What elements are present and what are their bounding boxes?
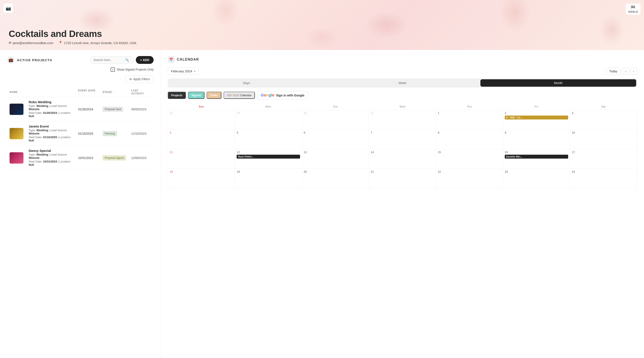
signed-checkbox[interactable]: ✓ xyxy=(110,67,115,72)
projects-panel: 💼 ACTIVE PROJECTS 🔍 + ADD ✓ Show Signed … xyxy=(0,50,161,358)
calendar-day-cell[interactable]: 3 xyxy=(570,110,637,130)
stage-badge: Planning xyxy=(102,131,117,136)
calendar-grid: SunMonTueWedThuFriSat 2829303112D - FEB … xyxy=(168,104,637,188)
calendar-event[interactable]: D - FEB - 1.2.... xyxy=(505,116,568,120)
search-icon: 🔍 xyxy=(125,58,129,62)
calendar-day-cell[interactable]: 14 xyxy=(369,149,436,169)
stage-badge: Proposal Signed xyxy=(102,155,126,160)
sort-name-icon: ↕ xyxy=(19,91,20,94)
google-g-icon: G xyxy=(227,94,229,97)
calendar-event[interactable]: Ryan Pelleri... xyxy=(236,155,300,158)
col-name[interactable]: NAME ↕ xyxy=(7,87,76,97)
calendar-week-row: 45678910 xyxy=(168,130,637,149)
project-last-activity-cell: 12/08/2023 xyxy=(129,146,154,170)
calendar-day-cell[interactable]: 17 xyxy=(570,149,637,169)
calendar-day-cell[interactable]: 19 xyxy=(235,169,302,188)
apply-filters-button[interactable]: ⚙ Apply Filters xyxy=(126,75,154,83)
calendar-day-cell[interactable]: 21 xyxy=(369,169,436,188)
event-date: 01/16/2025 xyxy=(78,132,93,135)
search-box[interactable]: 🔍 xyxy=(90,56,134,64)
calendar-day-cell[interactable]: 10 xyxy=(570,130,637,149)
calendar-day-cell[interactable]: 7 xyxy=(369,130,436,149)
day-number: 3 xyxy=(572,112,635,115)
add-button[interactable]: + ADD xyxy=(136,56,154,64)
calendar-day-cell[interactable]: 4 xyxy=(168,130,235,149)
tab-days[interactable]: Days xyxy=(168,79,324,87)
company-meta: ✉ jane@anotherroundbar.com 📍 1720 Lincol… xyxy=(9,41,136,45)
today-button[interactable]: Today xyxy=(606,68,620,75)
search-input[interactable] xyxy=(94,58,124,62)
project-event-date-cell: 01/16/2025 xyxy=(76,122,100,146)
calendar-day-cell[interactable]: 31 xyxy=(369,110,436,130)
goals-button[interactable]: 🏁 GOALS xyxy=(626,4,640,15)
email-icon: ✉ xyxy=(9,41,12,45)
calendar-day-cell[interactable]: 23 xyxy=(503,169,570,188)
calendar-title: CALENDAR xyxy=(177,58,199,62)
calendar-day-cell[interactable]: 2D - FEB - 1.2.... xyxy=(503,110,570,130)
chevron-down-icon: ▾ xyxy=(194,70,195,73)
filter-signed[interactable]: Signed xyxy=(188,92,204,99)
day-number: 5 xyxy=(236,131,300,134)
view-tabs: Days Week Month xyxy=(168,78,637,88)
project-name: Robs Wedding xyxy=(29,100,73,104)
day-number: 11 xyxy=(170,150,233,154)
filter-projects[interactable]: Projects xyxy=(168,92,186,99)
stage-badge: Proposal Sent xyxy=(102,107,123,112)
calendar-day-cell[interactable]: 29 xyxy=(235,110,302,130)
filter-google-calendar[interactable]: GOOGLE Calendar xyxy=(224,92,255,99)
sort-stage-icon: ↕ xyxy=(114,91,115,94)
camera-button[interactable]: 📷 xyxy=(4,4,13,13)
calendar-day-cell[interactable]: 6 xyxy=(302,130,369,149)
col-stage[interactable]: STAGE ↕ xyxy=(100,87,129,97)
table-row[interactable]: Robs Wedding Type: Wedding | Lead Source… xyxy=(7,97,154,122)
table-row[interactable]: Janets Event Type: Wedding | Lead Source… xyxy=(7,122,154,146)
col-event-date[interactable]: EVENT DATE ↕ xyxy=(76,87,100,97)
calendar-day-cell[interactable]: 30 xyxy=(302,110,369,130)
month-selector[interactable]: February 2024 ▾ xyxy=(168,67,198,75)
company-name: Cocktails and Dreams xyxy=(9,29,136,39)
calendar-day-cell[interactable]: 22 xyxy=(436,169,503,188)
calendar-day-cell[interactable]: 5 xyxy=(235,130,302,149)
calendar-day-cell[interactable]: 28 xyxy=(168,110,235,130)
project-info-cell: Robs Wedding Type: Wedding | Lead Source… xyxy=(26,97,76,122)
day-number: 22 xyxy=(438,170,501,173)
nav-controls: Today ‹ › xyxy=(606,68,637,75)
project-stage-cell: Proposal Sent xyxy=(100,97,129,122)
calendar-day-cell[interactable]: 13 xyxy=(302,149,369,169)
day-number: 31 xyxy=(371,112,434,115)
last-activity: 06/08/2024 xyxy=(131,108,146,111)
goals-icon: 🏁 xyxy=(630,5,636,10)
day-number: 9 xyxy=(505,131,568,134)
calendar-day-cell[interactable]: 20 xyxy=(302,169,369,188)
calendar-day-cell[interactable]: 24 xyxy=(570,169,637,188)
project-thumb-cell xyxy=(7,122,26,146)
calendar-event[interactable]: Danielle Win... xyxy=(505,155,568,158)
table-row[interactable]: Danny Special Type: Wedding | Lead Sourc… xyxy=(7,146,154,170)
calendar-day-cell[interactable]: 15 xyxy=(436,149,503,169)
calendar-filters: Projects Signed Tasks GOOGLE Calendar Go… xyxy=(168,91,637,100)
calendar-header: 📅 CALENDAR xyxy=(168,56,637,63)
cal-header-thu: Thu xyxy=(436,104,503,110)
briefcase-icon: 💼 xyxy=(7,56,15,64)
project-last-activity-cell: 06/08/2024 xyxy=(129,97,154,122)
calendar-day-cell[interactable]: 16Danielle Win... xyxy=(503,149,570,169)
filter-tasks[interactable]: Tasks xyxy=(207,92,222,99)
calendar-day-cell[interactable]: 8 xyxy=(436,130,503,149)
calendar-day-cell[interactable]: 1 xyxy=(436,110,503,130)
sign-in-google-button[interactable]: Google Sign in with Google xyxy=(257,91,308,100)
day-number: 23 xyxy=(505,170,568,173)
project-event-date-cell: 10/31/2023 xyxy=(76,146,100,170)
day-number: 28 xyxy=(170,112,233,115)
prev-month-button[interactable]: ‹ xyxy=(622,68,629,75)
calendar-day-cell[interactable]: 11 xyxy=(168,149,235,169)
calendar-day-cell[interactable]: 18 xyxy=(168,169,235,188)
project-name: Danny Special xyxy=(29,149,73,152)
event-date: 10/31/2023 xyxy=(78,156,93,160)
filter-row: ⚙ Apply Filters xyxy=(7,75,154,83)
tab-month[interactable]: Month xyxy=(480,79,636,87)
tab-week[interactable]: Week xyxy=(324,79,480,87)
next-month-button[interactable]: › xyxy=(630,68,637,75)
cal-header-mon: Mon xyxy=(235,104,302,110)
calendar-day-cell[interactable]: 12Ryan Pelleri... xyxy=(235,149,302,169)
calendar-day-cell[interactable]: 9 xyxy=(503,130,570,149)
